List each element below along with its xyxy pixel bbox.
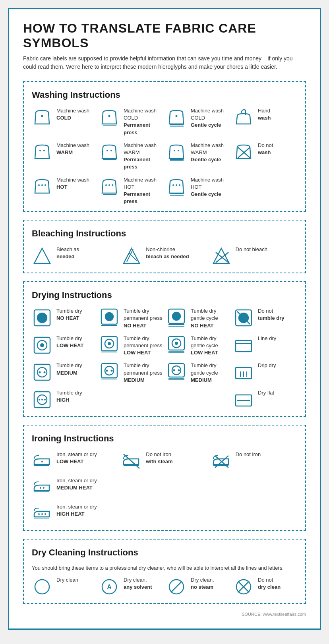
drycleaning-subtitle: You should bring these items to a profes… (32, 565, 297, 571)
non-chlorine-bleach-item: Non-chlorinebleach as needed (121, 246, 207, 267)
tumble-low-icon (32, 335, 52, 356)
tumble-no-heat-item: Tumble dryNO HEAT (32, 307, 96, 329)
iron-low-item: Iron, steam or dryLOW HEAT (32, 451, 118, 472)
main-title: HOW TO TRANSLATE FABRIC CARE SYMBOLS (23, 21, 306, 50)
dry-clean-item: Dry clean (32, 576, 96, 597)
svg-point-52 (175, 342, 178, 345)
iron-empty2 (211, 477, 297, 498)
svg-point-97 (35, 580, 49, 594)
dry-flat-icon (233, 389, 254, 410)
svg-point-34 (105, 313, 113, 321)
wash-cold-item: Machine washCOLD (32, 107, 96, 136)
iron-medium-icon (32, 477, 52, 498)
no-wash-item: Do notwash (233, 142, 297, 171)
svg-point-64 (111, 370, 113, 372)
source-line: SOURCE: www.textileaffairs.com (23, 612, 306, 617)
svg-point-96 (45, 513, 46, 515)
wash-cold-pp-item: Machine wash COLDPermanent press (99, 107, 163, 136)
no-bleach-text: Do not bleach (236, 246, 267, 253)
wash-hot-gentle-item: Machine wash HOTGentle cycle (166, 176, 230, 205)
wash-warm-pp-item: Machine wash WARMPermanent press (99, 142, 163, 171)
tumble-pp-no-heat-text: Tumble dry permanent pressNO HEAT (124, 307, 163, 329)
dry-clean-icon (32, 576, 52, 597)
tumble-pp-medium-icon (99, 362, 120, 383)
svg-point-8 (106, 150, 108, 151)
svg-point-37 (172, 312, 180, 320)
svg-text:A: A (107, 584, 112, 590)
wash-warm-gentle-item: Machine wash WARMGentle cycle (166, 142, 230, 171)
hand-wash-text: Handwash (258, 107, 271, 122)
tumble-gentle-no-heat-item: Tumble dry gentle cycleNO HEAT (166, 307, 230, 329)
tumble-gentle-no-heat-text: Tumble dry gentle cycleNO HEAT (191, 307, 230, 329)
no-dry-clean-icon (233, 576, 254, 597)
svg-point-7 (43, 150, 45, 151)
tumble-pp-medium-item: Tumble dry permanent pressMEDIUM (99, 362, 163, 384)
wash-cold-icon (32, 107, 52, 128)
wash-hot-gentle-icon (166, 176, 187, 197)
wash-warm-icon (32, 142, 52, 162)
wash-cold-gentle-icon (166, 107, 187, 128)
svg-point-68 (173, 369, 175, 371)
iron-high-icon (32, 503, 52, 524)
svg-rect-57 (34, 364, 50, 380)
dry-clean-a-item: A Dry clean,any solvent (99, 576, 163, 597)
tumble-pp-low-text: Tumble dry permanent pressLOW HEAT (124, 335, 163, 357)
hand-wash-item: Handwash (233, 107, 297, 136)
tumble-medium-text: Tumble dryMEDIUM (56, 362, 82, 376)
wash-cold-pp-text: Machine wash COLDPermanent press (124, 107, 163, 136)
wash-warm-gentle-icon (166, 142, 187, 162)
ironing-title: Ironing Instructions (32, 433, 297, 444)
svg-point-6 (39, 150, 41, 151)
tumble-high-icon (32, 389, 52, 410)
tumble-pp-no-heat-item: Tumble dry permanent pressNO HEAT (99, 307, 163, 329)
iron-low-text: Iron, steam or dryLOW HEAT (56, 451, 97, 465)
no-tumble-text: Do nottumble dry (258, 307, 284, 322)
wash-cold-gentle-item: Machine wash COLDGentle cycle (166, 107, 230, 136)
subtitle: Fabric care labels are supposed to provi… (23, 54, 306, 71)
wash-cold-pp-icon (99, 107, 120, 128)
svg-point-22 (112, 184, 113, 186)
tumble-pp-medium-text: Tumble dry permanent pressMEDIUM (124, 362, 163, 384)
drycleaning-grid: Dry clean A Dry clean,any solvent (32, 576, 297, 597)
svg-point-17 (38, 184, 40, 186)
wash-warm-text: Machine washWARM (56, 142, 89, 156)
svg-point-78 (39, 399, 40, 400)
drip-dry-icon (233, 362, 254, 383)
dry-empty2 (166, 389, 230, 410)
line-dry-item: Line dry (233, 335, 297, 357)
drying-grid: Tumble dryNO HEAT Tumble dry permanent p… (32, 307, 297, 410)
svg-point-12 (178, 150, 179, 151)
drip-dry-text: Drip dry (258, 362, 276, 369)
drying-title: Drying Instructions (32, 290, 297, 300)
svg-point-26 (179, 184, 180, 186)
no-tumble-icon (233, 307, 254, 328)
svg-point-79 (41, 399, 43, 400)
tumble-no-heat-icon (32, 307, 52, 328)
tumble-gentle-medium-item: Tumble dry gentle cycleMEDIUM (166, 362, 230, 384)
infographic: HOW TO TRANSLATE FABRIC CARE SYMBOLS Fab… (8, 8, 321, 630)
svg-point-94 (38, 513, 40, 515)
wash-warm-pp-icon (99, 142, 120, 162)
svg-point-48 (108, 342, 111, 345)
no-iron-icon (211, 451, 232, 472)
bleaching-section: Bleaching Instructions Bleach asneeded (23, 220, 306, 273)
iron-medium-item: Iron, steam or dryMEDIUM HEAT (32, 477, 118, 498)
tumble-high-text: Tumble dryHIGH (56, 389, 82, 404)
iron-high-text: Iron, steam or dryHIGH HEAT (56, 503, 97, 518)
washing-title: Washing Instructions (32, 90, 297, 100)
tumble-pp-no-heat-icon (99, 307, 120, 328)
svg-point-24 (172, 184, 174, 186)
wash-warm-gentle-text: Machine wash WARMGentle cycle (191, 142, 230, 164)
tumble-low-text: Tumble dryLOW HEAT (56, 335, 83, 349)
bleach-grid: Bleach asneeded Non-chlorinebleach as ne… (32, 246, 297, 267)
wash-hot-item: Machine washHOT (32, 176, 96, 205)
wash-warm-pp-text: Machine wash WARMPermanent press (124, 142, 163, 171)
tumble-gentle-medium-icon (166, 362, 187, 383)
iron-high-item: Iron, steam or dryHIGH HEAT (32, 503, 118, 524)
svg-point-25 (176, 184, 177, 186)
svg-point-60 (44, 371, 46, 373)
bleaching-title: Bleaching Instructions (32, 228, 297, 239)
no-dry-clean-item: Do notdry clean (233, 576, 297, 597)
svg-point-80 (44, 399, 46, 400)
svg-point-19 (45, 184, 46, 186)
